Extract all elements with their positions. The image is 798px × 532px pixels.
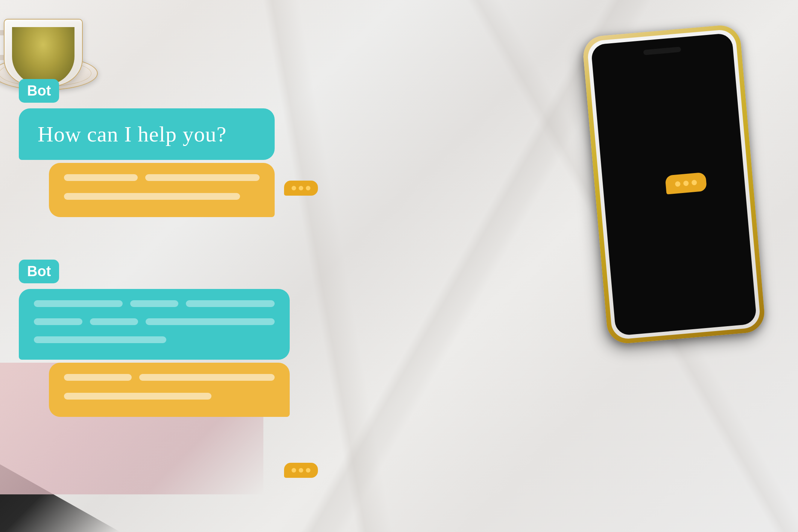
typing-dot-a2 [299,186,303,190]
bot-teal-line-2b [90,318,138,325]
typing-bubble-2 [284,463,318,478]
typing-dot-a1 [292,186,296,190]
user2-text-line-1b [139,374,275,381]
bot-label-2: Bot [19,260,59,283]
smartphone [582,24,766,345]
user-text-line-1b [145,174,260,181]
cup-body [4,19,83,87]
phone-case [582,24,766,345]
typing-dot-b1 [292,468,296,473]
bot-teal-line-2a [34,318,82,325]
chat-group-2: Bot [19,260,290,424]
user-message-bubble-1 [49,163,275,217]
bot-message-bubble-1: How can I help you? [19,108,275,160]
bot-teal-line-2c [146,318,275,325]
phone-speaker [643,47,681,55]
user-text-line-1a [64,174,138,181]
typing-indicator-standalone-2 [284,463,318,478]
bot-text-lines-row1 [34,300,275,312]
bot-message-bubble-2 [19,289,290,360]
typing-indicator-standalone-1 [284,181,318,196]
user-text-lines-2-row1 [64,374,275,387]
bot-teal-line-1b [130,300,179,307]
typing-bubble-1 [284,181,318,196]
bot-teal-line-1a [34,300,123,307]
typing-dot-2 [683,181,689,186]
typing-dot-b3 [306,468,310,473]
user-text-line-2 [64,193,240,200]
typing-dot-3 [692,180,697,185]
bot-message-text-1: How can I help you? [38,122,226,146]
screen-typing-indicator [665,172,707,195]
user-message-bubble-2 [49,363,290,417]
bot-label-1: Bot [19,79,59,103]
user-text-lines-row1 [64,174,260,187]
user2-text-line-2 [64,393,211,400]
chat-group-1: Bot How can I help you? [19,79,275,225]
typing-dot-a3 [306,186,310,190]
typing-dot-1 [675,181,681,187]
bot-teal-line-3 [34,336,166,343]
typing-dot-b2 [299,468,303,473]
bot-teal-line-1c [186,300,275,307]
phone-screen[interactable] [591,33,757,336]
bot-text-lines-row2 [34,318,275,330]
phone-bezel [587,29,761,340]
user2-text-line-1a [64,374,132,381]
